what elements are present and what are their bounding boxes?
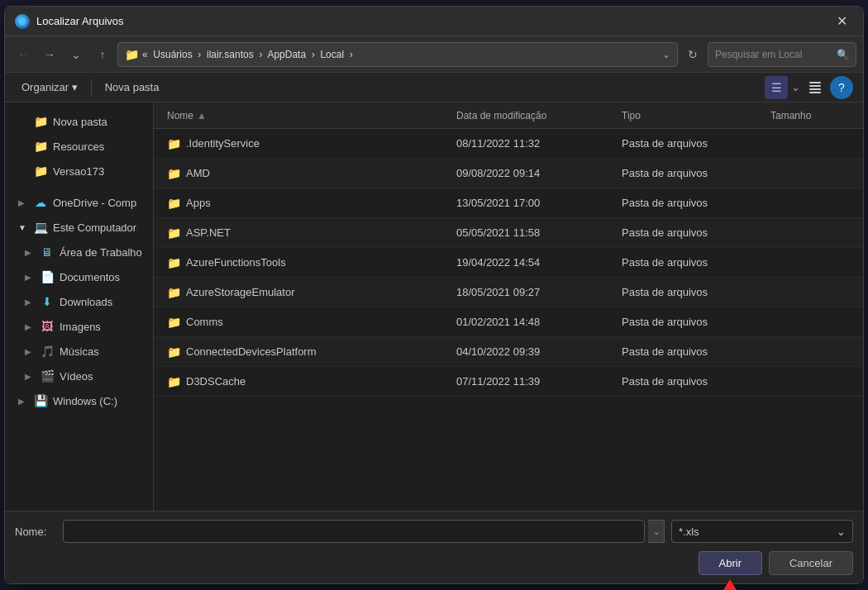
file-area: Nome ▲ Data de modificação Tipo Tamanho [154, 102, 863, 511]
file-date: 07/11/2022 11:39 [450, 375, 615, 388]
sidebar-item-imagens[interactable]: ▶ 🖼 Imagens [8, 314, 150, 339]
col-header-name[interactable]: Nome ▲ [160, 110, 450, 121]
table-row[interactable]: 📁 Apps 13/05/2021 17:00 Pasta de arquivo… [154, 188, 863, 218]
search-box[interactable]: Pesquisar em Local 🔍 [708, 42, 856, 67]
toolbar-separator [91, 79, 92, 96]
col-header-date[interactable]: Data de modificação [450, 110, 615, 121]
expand-arrow: ▶ [25, 372, 35, 381]
expand-arrow: ▶ [25, 297, 35, 307]
sidebar-item-este-computador[interactable]: ▼ 💻 Este Computador [8, 215, 150, 240]
file-name: Comms [186, 316, 223, 328]
file-list-header: Nome ▲ Data de modificação Tipo Tamanho [154, 102, 863, 129]
sidebar-item-documentos[interactable]: ▶ 📄 Documentos [8, 264, 150, 289]
recent-locations-button[interactable]: ⌄ [64, 43, 88, 66]
sidebar-item-label: Windows (C:) [53, 395, 117, 407]
sidebar-item-downloads[interactable]: ▶ ⬇ Downloads [8, 289, 150, 314]
col-header-size[interactable]: Tamanho [764, 110, 847, 121]
file-date: 05/05/2021 11:58 [450, 226, 615, 239]
sidebar-item-label: Versao173 [53, 165, 104, 178]
folder-icon: 📁 [33, 140, 48, 153]
sidebar-item-versao173[interactable]: 📁 Versao173 [8, 159, 150, 183]
sidebar-item-nova-pasta[interactable]: 📁 Nova pasta [8, 109, 150, 134]
col-header-type[interactable]: Tipo [615, 110, 764, 121]
expand-arrow-collapsed: ▶ [18, 198, 28, 207]
music-icon: 🎵 [40, 345, 55, 358]
back-button[interactable]: ← [12, 43, 35, 66]
expand-arrow: ▶ [25, 248, 35, 257]
file-date: 13/05/2021 17:00 [450, 197, 615, 209]
file-name: AzureFunctionsTools [186, 256, 286, 269]
sidebar-item-windows-c[interactable]: ▶ 💾 Windows (C:) [8, 388, 150, 413]
address-pill[interactable]: 📁 « Usuários › ilair.santos › AppData › … [117, 42, 678, 67]
file-list: 📁 .IdentityService 08/11/2022 11:32 Past… [154, 129, 863, 511]
file-type: Pasta de arquivos [615, 167, 764, 179]
up-button[interactable]: ↑ [91, 43, 114, 66]
address-bar-row: ← → ⌄ ↑ 📁 « Usuários › ilair.santos › Ap… [5, 36, 863, 73]
svg-rect-1 [809, 82, 821, 83]
new-folder-button[interactable]: Nova pasta [98, 78, 166, 97]
cancel-button[interactable]: Cancelar [769, 551, 853, 575]
folder-icon: 📁 [167, 167, 181, 180]
name-dropdown-arrow[interactable]: ⌄ [648, 520, 665, 543]
sidebar-item-musicas[interactable]: ▶ 🎵 Músicas [8, 339, 150, 364]
red-arrow-annotation [720, 579, 740, 590]
sidebar-item-videos[interactable]: ▶ 🎬 Vídeos [8, 364, 150, 388]
expand-arrow-expanded: ▼ [18, 223, 28, 232]
main-content: 📁 Nova pasta 📁 Resources 📁 Versao173 ▶ ☁ [5, 102, 863, 511]
folder-icon: 📁 [167, 375, 181, 388]
table-row[interactable]: 📁 .IdentityService 08/11/2022 11:32 Past… [154, 129, 863, 159]
file-date: 04/10/2022 09:39 [450, 345, 615, 358]
close-button[interactable]: ✕ [830, 10, 853, 33]
sidebar-item-onedrive[interactable]: ▶ ☁ OneDrive - Comp [8, 190, 150, 215]
view-dropdown-arrow[interactable]: ⌄ [791, 81, 800, 93]
address-dropdown-arrow[interactable]: ⌄ [662, 49, 670, 60]
folder-icon: 📁 [167, 345, 181, 359]
file-type: Pasta de arquivos [615, 197, 764, 209]
sidebar-item-label: Área de Trabalho [60, 246, 142, 259]
name-input[interactable] [63, 520, 645, 543]
file-type: Pasta de arquivos [615, 345, 764, 358]
folder-icon: 📁 [125, 48, 139, 61]
file-type: Pasta de arquivos [615, 286, 764, 298]
cloud-icon: ☁ [33, 196, 48, 209]
file-date: 09/08/2022 09:14 [450, 167, 615, 179]
folder-icon: 📁 [167, 286, 181, 299]
table-row[interactable]: 📁 AMD 09/08/2022 09:14 Pasta de arquivos [154, 159, 863, 188]
table-row[interactable]: 📁 Comms 01/02/2021 14:48 Pasta de arquiv… [154, 307, 863, 337]
expand-arrow: ▶ [25, 273, 35, 282]
refresh-button[interactable]: ↻ [681, 43, 704, 66]
forward-button[interactable]: → [38, 43, 61, 66]
svg-rect-4 [809, 92, 821, 93]
expand-arrow: ▶ [25, 347, 35, 356]
file-name: AzureStorageEmulator [186, 286, 295, 298]
list-view-button[interactable]: ☰ [765, 76, 788, 99]
details-view-button[interactable] [804, 76, 827, 99]
file-type: Pasta de arquivos [615, 256, 764, 269]
sidebar-item-label: Músicas [60, 345, 99, 358]
folder-icon: 📁 [33, 164, 48, 178]
organize-button[interactable]: Organizar ▾ [15, 78, 84, 97]
file-name: AMD [186, 167, 210, 179]
sidebar: 📁 Nova pasta 📁 Resources 📁 Versao173 ▶ ☁ [5, 102, 154, 511]
sidebar-item-resources[interactable]: 📁 Resources [8, 134, 150, 159]
table-row[interactable]: 📁 D3DSCache 07/11/2022 11:39 Pasta de ar… [154, 367, 863, 397]
search-placeholder: Pesquisar em Local [715, 49, 802, 60]
open-button[interactable]: Abrir [699, 551, 762, 575]
table-row[interactable]: 📁 ASP.NET 05/05/2021 11:58 Pasta de arqu… [154, 218, 863, 248]
table-row[interactable]: 📁 ConnectedDevicesPlatform 04/10/2022 09… [154, 337, 863, 367]
folder-icon: 📁 [167, 316, 181, 329]
video-icon: 🎬 [40, 369, 55, 383]
file-type: Pasta de arquivos [615, 226, 764, 239]
file-type-select[interactable]: *.xls ⌄ [671, 520, 853, 543]
file-name: Apps [186, 197, 211, 209]
sidebar-item-area-trabalho[interactable]: ▶ 🖥 Área de Trabalho [8, 240, 150, 264]
expand-arrow: ▶ [18, 397, 28, 406]
file-type: Pasta de arquivos [615, 137, 764, 150]
dialog-window: Localizar Arquivos ✕ ← → ⌄ ↑ 📁 « Usuário… [4, 6, 864, 584]
help-button[interactable]: ? [830, 76, 853, 99]
table-row[interactable]: 📁 AzureStorageEmulator 18/05/2021 09:27 … [154, 278, 863, 307]
table-row[interactable]: 📁 AzureFunctionsTools 19/04/2022 14:54 P… [154, 248, 863, 278]
name-row: Nome: ⌄ *.xls ⌄ [15, 520, 853, 543]
file-name: D3DSCache [186, 375, 246, 388]
sidebar-item-label: Documentos [60, 271, 120, 283]
